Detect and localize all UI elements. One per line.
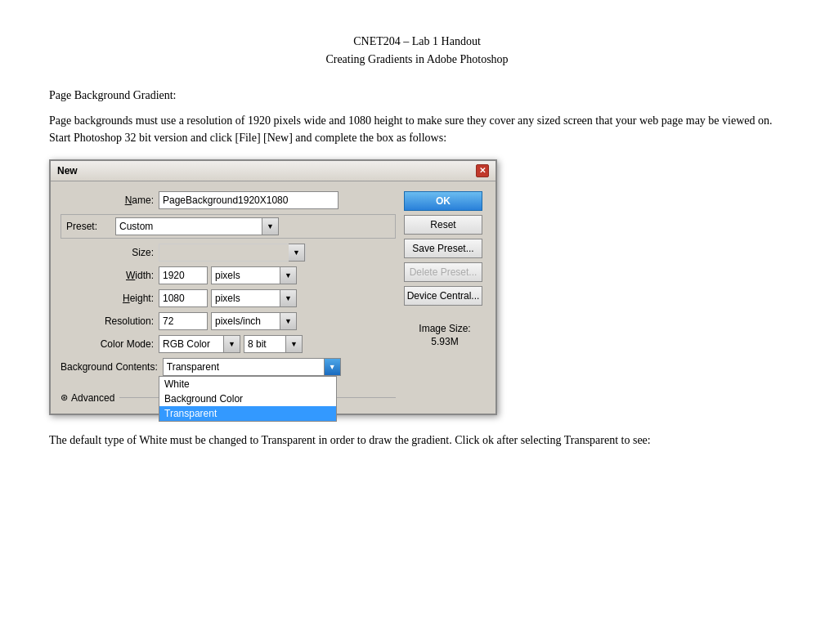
- width-input[interactable]: [159, 266, 208, 284]
- resolution-unit-arrow[interactable]: ▼: [280, 312, 297, 330]
- header-line2: Creating Gradients in Adobe Photoshop: [49, 51, 785, 69]
- width-unit-arrow[interactable]: ▼: [280, 266, 297, 284]
- height-row: Height: pixels ▼: [61, 289, 396, 307]
- name-input[interactable]: [159, 191, 339, 209]
- size-row: Size: ▼: [61, 244, 396, 262]
- bg-contents-label: Background Contents:: [61, 361, 163, 373]
- ok-button[interactable]: OK: [404, 191, 482, 211]
- image-size-label: Image Size:: [404, 323, 486, 334]
- color-mode-label: Color Mode:: [61, 338, 159, 350]
- resolution-unit-value: pixels/inch: [211, 312, 280, 330]
- width-label: Width:: [61, 270, 159, 281]
- body-text: Page backgrounds must use a resolution o…: [49, 112, 785, 146]
- preset-dropdown-arrow[interactable]: ▼: [262, 217, 279, 235]
- reset-button[interactable]: Reset: [404, 215, 482, 235]
- dialog-body: Name: Preset: Custom ▼ Size:: [51, 181, 495, 414]
- advanced-toggle[interactable]: ⊛: [61, 392, 68, 403]
- preset-value: Custom: [115, 217, 262, 235]
- dropdown-item-white[interactable]: White: [159, 377, 336, 391]
- height-unit-value: pixels: [211, 289, 280, 307]
- section-heading: Page Background Gradient:: [49, 89, 785, 102]
- color-mode-value: RGB Color: [159, 335, 224, 353]
- height-unit-arrow[interactable]: ▼: [280, 289, 297, 307]
- dialog-form: Name: Preset: Custom ▼ Size:: [61, 191, 396, 404]
- size-label: Size:: [61, 247, 159, 258]
- close-button[interactable]: ✕: [476, 164, 489, 177]
- height-input[interactable]: [159, 289, 208, 307]
- header-line1: CNET204 – Lab 1 Handout: [49, 33, 785, 51]
- height-label: Height:: [61, 293, 159, 304]
- advanced-label: Advanced: [71, 392, 114, 404]
- header: CNET204 – Lab 1 Handout Creating Gradien…: [49, 33, 785, 69]
- color-mode-row: Color Mode: RGB Color ▼ 8 bit ▼: [61, 335, 396, 353]
- color-bit-value: 8 bit: [244, 335, 286, 353]
- save-preset-button[interactable]: Save Preset...: [404, 239, 482, 258]
- image-size-value: 5.93M: [404, 336, 486, 347]
- color-mode-arrow[interactable]: ▼: [224, 335, 240, 353]
- width-row: Width: pixels ▼: [61, 266, 396, 284]
- photoshop-dialog: New ✕ Name: Preset: Custom: [49, 159, 497, 415]
- resolution-label: Resolution:: [61, 315, 159, 327]
- image-size-section: Image Size: 5.93M: [404, 323, 486, 347]
- name-label: Name:: [61, 195, 159, 206]
- width-unit-value: pixels: [211, 266, 280, 284]
- dialog-wrapper: New ✕ Name: Preset: Custom: [49, 159, 785, 415]
- bg-contents-arrow[interactable]: ▼: [325, 358, 341, 376]
- device-central-button[interactable]: Device Central...: [404, 286, 482, 306]
- color-bit-arrow[interactable]: ▼: [286, 335, 303, 353]
- dialog-titlebar: New ✕: [51, 161, 495, 181]
- dialog-title: New: [57, 165, 78, 177]
- preset-row: Preset: Custom ▼: [61, 214, 396, 239]
- dialog-buttons: OK Reset Save Preset... Delete Preset...…: [404, 191, 486, 404]
- preset-label: Preset:: [66, 221, 115, 232]
- resolution-input[interactable]: [159, 312, 208, 330]
- size-dropdown-arrow[interactable]: ▼: [289, 244, 305, 262]
- dropdown-item-transparent[interactable]: Transparent: [159, 406, 336, 421]
- size-input: ▼: [159, 244, 306, 262]
- resolution-row: Resolution: pixels/inch ▼: [61, 312, 396, 330]
- name-row: Name:: [61, 191, 396, 209]
- delete-preset-button[interactable]: Delete Preset...: [404, 262, 482, 282]
- footer-text: The default type of White must be change…: [49, 432, 785, 449]
- page: CNET204 – Lab 1 Handout Creating Gradien…: [0, 0, 834, 644]
- dropdown-item-background-color[interactable]: Background Color: [159, 391, 336, 406]
- bg-contents-dropdown: White Background Color Transparent: [159, 376, 337, 422]
- bg-contents-value: Transparent: [163, 358, 325, 376]
- bg-contents-row: Background Contents: Transparent ▼ White…: [61, 358, 396, 376]
